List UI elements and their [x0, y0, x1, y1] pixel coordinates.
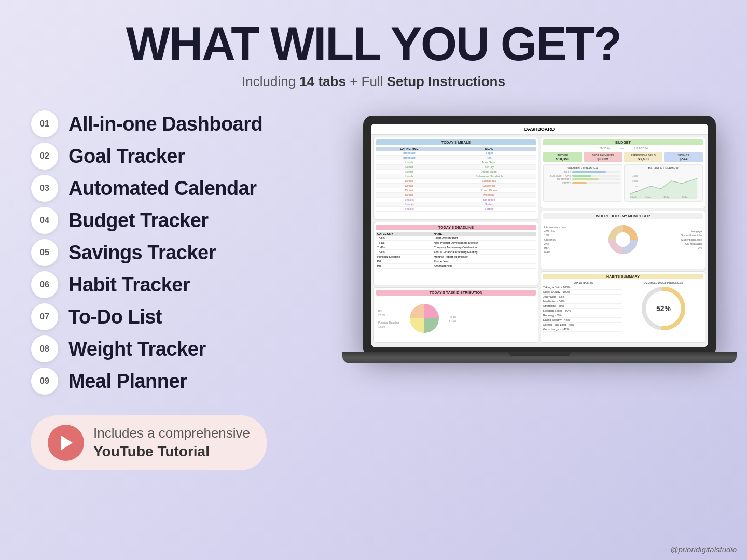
budget-title: BUDGET [543, 139, 703, 145]
feature-num-8: 08 [31, 335, 58, 362]
youtube-line2: YouTube Tutorial [93, 442, 250, 461]
budget-expenses: EXPENSES & BILLS $3,698 [624, 152, 663, 162]
habits-list: Taking a Bath - 100% Sleep Quality - 100… [543, 285, 622, 332]
money-card: WHERE DOES MY MONEY GO? Life insurance J… [541, 211, 706, 269]
money-title: WHERE DOES MY MONEY GO? [543, 213, 703, 219]
habits-card: HABITS SUMMARY TOP 10 HABITS Taking a Ba… [541, 271, 706, 343]
svg-text:2-Jan: 2-Jan [630, 195, 635, 198]
budget-debt: DEBT PAYMENTS $2,835 [584, 152, 622, 162]
budget-items: INCOME $10,350 DEBT PAYMENTS $2,835 [543, 152, 703, 162]
task-pie-chart [404, 299, 445, 338]
budget-savings: SAVINGS $544 [664, 152, 703, 162]
feature-num-2: 02 [31, 143, 58, 170]
dashboard-content: DASHBOARD TODAY'S MEALS [371, 124, 708, 347]
play-triangle-icon [61, 436, 73, 450]
subtitle-middle: + Full [346, 74, 387, 89]
habits-grid: TOP 10 HABITS Taking a Bath - 100% Sleep… [543, 281, 703, 332]
feature-item-7: 07 To-Do List [31, 303, 332, 330]
svg-text:3,000: 3,000 [632, 180, 638, 183]
feature-label-2: Goal Tracker [68, 145, 185, 167]
budget-period: 1/1/2024 — 3/31/2024 [543, 147, 703, 150]
right-panel: DASHBOARD TODAY'S MEALS [363, 110, 716, 363]
youtube-icon [48, 425, 84, 461]
watermark: @prioridigitalstudio [670, 545, 737, 554]
main-headline: WHAT WILL YOU GET? [31, 21, 716, 67]
main-container: WHAT WILL YOU GET? Including 14 tabs + F… [0, 0, 747, 560]
habits-title: HABITS SUMMARY [543, 274, 703, 279]
meal-col-meal: MEAL [442, 147, 536, 151]
feature-num-7: 07 [31, 303, 58, 330]
budget-income: INCOME $10,350 [543, 152, 582, 162]
meals-card: TODAY'S MEALS EATING TIME MEAL [374, 137, 538, 220]
deadline-table: CATEGORY NAME To-DoClient Presentation T… [376, 232, 536, 269]
dashboard-grid: TODAY'S MEALS EATING TIME MEAL [371, 135, 708, 345]
feature-label-4: Budget Tracker [68, 209, 209, 232]
budget-separator: — [620, 147, 624, 150]
money-pie-chart [605, 221, 641, 258]
dashboard-left: TODAY'S MEALS EATING TIME MEAL [374, 137, 538, 343]
laptop-wrapper: DASHBOARD TODAY'S MEALS [363, 116, 716, 363]
meal-table: EATING TIME MEAL BreakfastBagel Breakfas… [376, 147, 536, 212]
feature-item-4: 04 Budget Tracker [31, 207, 332, 234]
feature-item-6: 06 Habit Tracker [31, 271, 332, 298]
spending-overview: SPENDING OVERVIEW BILLS SUBSCRIPTIONS [543, 164, 622, 202]
svg-text:16-Jan: 16-Jan [663, 195, 670, 198]
svg-text:1,000: 1,000 [632, 190, 638, 193]
feature-label-8: Weight Tracker [68, 338, 206, 360]
task-card: TODAY'S TASK DISTRIBUTION Bill 28.5% Pun… [374, 287, 538, 343]
feature-num-6: 06 [31, 271, 58, 298]
dashboard-header: DASHBOARD [371, 124, 708, 135]
laptop-base [342, 352, 737, 363]
feature-num-9: 09 [31, 368, 58, 395]
laptop-notch [508, 352, 571, 356]
feature-label-1: All-in-one Dashboard [68, 113, 262, 135]
feature-num-3: 03 [31, 175, 58, 202]
progress-circle: 52% [640, 285, 687, 332]
svg-text:9-Jan: 9-Jan [645, 195, 651, 198]
feature-num-4: 04 [31, 207, 58, 234]
feature-label-3: Automated Calendar [68, 177, 257, 200]
task-title: TODAY'S TASK DISTRIBUTION [376, 290, 536, 296]
feature-label-9: Meal Planner [68, 370, 187, 393]
habits-list-container: TOP 10 HABITS Taking a Bath - 100% Sleep… [543, 281, 622, 332]
feature-num-5: 05 [31, 239, 58, 266]
feature-item-5: 05 Savings Tracker [31, 239, 332, 266]
budget-end: 3/31/2024 [634, 147, 648, 150]
youtube-badge: Includes a comprehensive YouTube Tutoria… [31, 415, 267, 470]
dashboard-right: BUDGET 1/1/2024 — 3/31/2024 [541, 137, 706, 343]
feature-item-3: 03 Automated Calendar [31, 175, 332, 202]
task-chart: Bill 28.5% Punctual Deadline 14.3% [376, 297, 536, 340]
laptop-screen: DASHBOARD TODAY'S MEALS [371, 124, 708, 347]
youtube-text: Includes a comprehensive YouTube Tutoria… [93, 425, 250, 461]
feature-item-1: 01 All-in-one Dashboard [31, 110, 332, 137]
balance-chart: 2-Jan 9-Jan 16-Jan 23-Jan 4,000 3,000 2,… [626, 171, 701, 199]
feature-item-2: 02 Goal Tracker [31, 143, 332, 170]
svg-text:2,000: 2,000 [632, 185, 638, 188]
deadline-card: TODAY'S DEADLINE CATEGORY NAME [374, 222, 538, 285]
svg-point-12 [616, 232, 630, 247]
balance-overview: BALANCE OVERVIEW 2-Jan 9-Jan 16-Jan [624, 164, 703, 202]
progress-circle-container: OVERALL DAILY PROGRESS 52% [624, 281, 703, 332]
content-area: 01 All-in-one Dashboard 02 Goal Tracker … [31, 110, 716, 470]
youtube-line1: Includes a comprehensive [93, 425, 250, 441]
svg-text:23-Jan: 23-Jan [682, 195, 688, 198]
left-panel: 01 All-in-one Dashboard 02 Goal Tracker … [31, 110, 332, 470]
feature-item-8: 08 Weight Tracker [31, 335, 332, 362]
laptop-body: DASHBOARD TODAY'S MEALS [363, 116, 716, 352]
subtitle-tabs: 14 tabs [299, 74, 346, 89]
subtitle-prefix: Including [242, 74, 299, 89]
feature-label-6: Habit Tracker [68, 274, 190, 296]
feature-item-9: 09 Meal Planner [31, 368, 332, 395]
subtitle: Including 14 tabs + Full Setup Instructi… [31, 74, 716, 90]
svg-text:52%: 52% [656, 304, 671, 313]
feature-label-7: To-Do List [68, 306, 162, 328]
svg-text:4,000: 4,000 [632, 175, 638, 177]
budget-start: 1/1/2024 [598, 147, 610, 150]
overview-cards: SPENDING OVERVIEW BILLS SUBSCRIPTIONS [543, 164, 703, 202]
feature-label-5: Savings Tracker [68, 242, 216, 264]
budget-card: BUDGET 1/1/2024 — 3/31/2024 [541, 137, 706, 208]
meal-col-time: EATING TIME [376, 147, 442, 151]
meals-title: TODAY'S MEALS [376, 139, 536, 145]
feature-num-1: 01 [31, 110, 58, 137]
subtitle-instructions: Setup Instructions [387, 74, 505, 89]
